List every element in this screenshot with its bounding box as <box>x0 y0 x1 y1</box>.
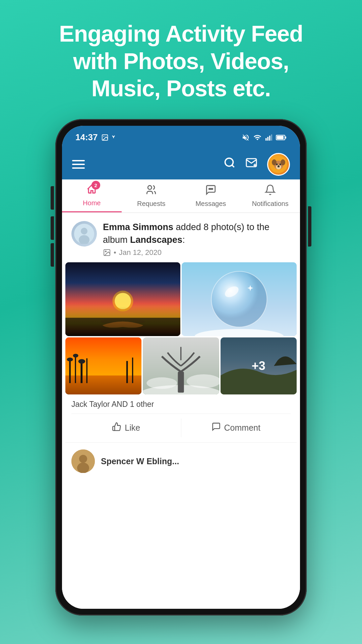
mute-icon <box>242 133 250 142</box>
svg-point-19 <box>280 163 281 165</box>
compose-message-button[interactable] <box>245 157 258 172</box>
svg-rect-43 <box>69 360 71 383</box>
svg-point-50 <box>73 354 78 358</box>
svg-rect-44 <box>75 357 76 383</box>
messages-tab-icon <box>205 184 217 198</box>
header-right <box>224 153 290 176</box>
search-button[interactable] <box>224 157 236 172</box>
second-avatar-img <box>71 449 95 473</box>
comment-label: Comment <box>224 423 260 433</box>
avatar-image <box>71 221 97 247</box>
sunset2-photo <box>65 337 141 394</box>
photo-4[interactable] <box>143 337 219 394</box>
svg-rect-54 <box>178 372 184 393</box>
svg-point-33 <box>101 319 145 325</box>
status-time: 14:37 <box>75 132 119 143</box>
photo-5[interactable]: +3 <box>221 337 297 394</box>
like-label: Like <box>125 423 140 433</box>
svg-point-23 <box>210 189 211 190</box>
like-icon <box>112 422 121 434</box>
svg-point-32 <box>113 291 133 312</box>
crystal-svg <box>182 262 297 336</box>
comment-button[interactable]: Comment <box>181 419 291 437</box>
second-author: Spencer W Ebling... <box>101 457 179 466</box>
chat-bubble-icon <box>212 422 221 431</box>
wifi-icon <box>253 133 262 142</box>
svg-point-29 <box>105 251 106 252</box>
svg-rect-4 <box>269 136 270 141</box>
sunset-photo <box>65 262 180 336</box>
home-tab-icon: 2 <box>86 183 98 198</box>
user-avatar-img <box>270 156 287 173</box>
svg-rect-8 <box>285 137 286 139</box>
people-icon <box>145 184 157 196</box>
search-icon <box>224 157 236 169</box>
svg-line-10 <box>232 165 234 167</box>
svg-point-60 <box>77 463 89 473</box>
photo-3[interactable] <box>65 337 141 394</box>
home-tab-label: Home <box>83 199 101 207</box>
svg-rect-46 <box>86 359 87 383</box>
like-button[interactable]: Like <box>71 419 181 437</box>
author-name: Emma Simmons <box>103 222 173 232</box>
signal-icon <box>112 134 119 141</box>
tab-notifications[interactable]: Notifications <box>241 179 300 212</box>
sunset2-svg <box>65 337 141 394</box>
more-photos-overlay[interactable]: +3 <box>221 337 297 394</box>
svg-point-26 <box>81 228 87 234</box>
hero-line1: Engaging Activity Feed <box>59 21 303 46</box>
image-small-icon <box>103 249 111 257</box>
tree-photo <box>143 337 219 394</box>
post-likes: Jack Taylor AND 1 other <box>71 400 291 409</box>
hamburger-menu[interactable] <box>72 160 85 169</box>
svg-rect-2 <box>265 138 267 141</box>
nav-tabs: 2 Home Requests <box>62 179 300 213</box>
post-author-text: Emma Simmons added 8 photo(s) to the alb… <box>103 221 291 247</box>
activity-feed: Emma Simmons added 8 photo(s) to the alb… <box>62 213 300 609</box>
post-item: Emma Simmons added 8 photo(s) to the alb… <box>62 213 300 443</box>
tab-home[interactable]: 2 Home <box>62 179 122 212</box>
post-meta: Emma Simmons added 8 photo(s) to the alb… <box>103 221 291 257</box>
hero-section: Engaging Activity Feed with Photos, Vide… <box>0 0 362 119</box>
svg-point-21 <box>148 185 152 189</box>
photo-1[interactable] <box>65 262 180 336</box>
hero-line2: with Photos, Videos, <box>73 48 289 74</box>
tab-messages[interactable]: Messages <box>181 179 241 212</box>
notifications-tab-icon <box>264 184 276 198</box>
tab-requests[interactable]: Requests <box>122 179 181 212</box>
photo-2[interactable] <box>182 262 297 336</box>
user-avatar[interactable] <box>267 153 290 176</box>
svg-point-51 <box>78 359 85 364</box>
hero-line3: Music, Posts etc. <box>92 75 271 101</box>
status-bar: 14:37 <box>62 126 300 149</box>
post-footer: Jack Taylor AND 1 other Like <box>62 394 300 442</box>
svg-point-16 <box>281 159 285 165</box>
svg-point-15 <box>272 159 277 165</box>
image-status-icon <box>101 134 109 141</box>
photo-grid: +3 <box>62 262 300 394</box>
svg-point-49 <box>67 358 73 361</box>
svg-point-9 <box>225 158 233 166</box>
bell-icon <box>264 184 276 196</box>
requests-tab-label: Requests <box>137 200 166 208</box>
svg-rect-7 <box>277 136 284 139</box>
phone-frame: 14:37 <box>55 119 307 615</box>
svg-rect-5 <box>271 135 272 141</box>
svg-point-1 <box>103 136 104 137</box>
messages-tab-label: Messages <box>195 200 226 208</box>
second-post-avatar[interactable] <box>71 449 95 473</box>
thumbs-up-icon <box>112 422 121 431</box>
post-author-avatar[interactable] <box>71 221 97 247</box>
second-post-preview: Spencer W Ebling... <box>62 443 300 480</box>
svg-rect-3 <box>267 137 268 141</box>
phone-screen: 14:37 <box>62 126 300 609</box>
post-date: Jan 12, 2020 <box>119 248 162 257</box>
svg-point-18 <box>276 163 278 165</box>
post-date-row: • Jan 12, 2020 <box>103 248 291 257</box>
crystal-photo <box>182 262 297 336</box>
photo-row-1 <box>62 262 300 336</box>
svg-rect-35 <box>65 318 180 336</box>
signal-bars-icon <box>265 133 273 142</box>
svg-rect-48 <box>132 358 133 383</box>
svg-point-59 <box>79 455 87 463</box>
